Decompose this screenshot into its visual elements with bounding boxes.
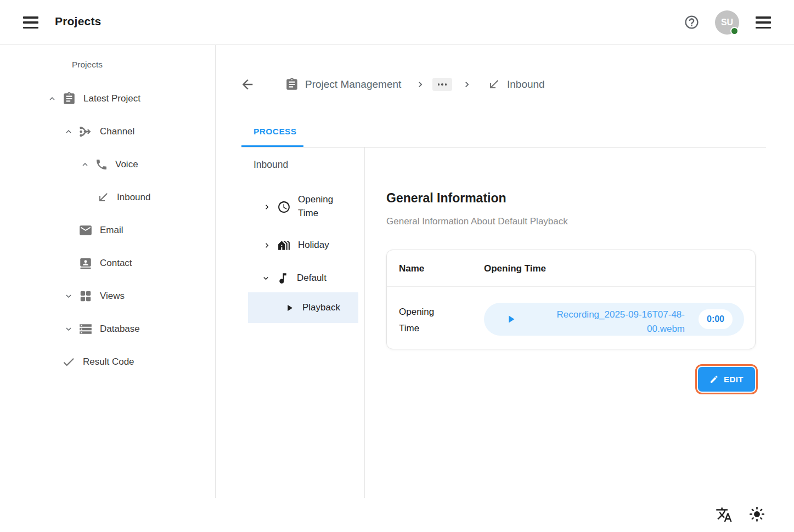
inbound-arrow-icon [97, 191, 110, 204]
column-header-opening-time: Opening Time [484, 263, 546, 274]
grid-views-icon [78, 289, 93, 303]
tree-section-label: Projects [72, 60, 103, 70]
play-icon [284, 303, 295, 313]
contact-card-icon [78, 256, 93, 270]
tree-item-label: Email [100, 225, 123, 236]
clipboard-icon [62, 92, 76, 106]
avatar-initials: SU [721, 18, 733, 27]
music-note-icon [276, 271, 290, 285]
subnav-item-default[interactable]: Default [261, 269, 326, 287]
checkmark-icon [61, 355, 76, 369]
tree-item-email[interactable]: Email [78, 220, 123, 240]
chevron-right-icon [415, 79, 426, 90]
database-storage-icon [78, 322, 93, 336]
tab-process[interactable]: PROCESS [254, 127, 297, 137]
page-title: Projects [55, 15, 101, 28]
chevron-down-icon[interactable] [64, 291, 74, 301]
subnav-item-holiday[interactable]: Holiday [262, 236, 329, 254]
tree-item-label: Channel [100, 126, 134, 137]
general-info-card: Name Opening Time Opening Time Recording… [386, 250, 756, 349]
subnav-item-label: Playback [302, 302, 340, 313]
tree-item-result-code[interactable]: Result Code [61, 352, 134, 372]
channel-merge-icon [78, 124, 93, 139]
section-subheading: General Information About Default Playba… [386, 216, 568, 227]
chevron-down-icon[interactable] [261, 274, 271, 283]
breadcrumb-current[interactable]: Inbound [507, 78, 545, 90]
audio-play-button[interactable] [505, 313, 517, 325]
overflow-hamburger-icon[interactable] [756, 16, 771, 29]
translate-icon[interactable] [716, 506, 733, 523]
section-heading: General Information [386, 191, 506, 206]
subnav-item-label: Default [297, 273, 326, 284]
tree-item-inbound[interactable]: Inbound [97, 188, 150, 207]
online-status-dot [730, 27, 739, 35]
chevron-up-icon[interactable] [64, 127, 74, 137]
audio-file-name[interactable]: Recording_2025-09-16T07-48-00.webm [548, 308, 685, 337]
subnav-item-opening-time[interactable]: Opening Time [262, 193, 342, 221]
breadcrumb-root[interactable]: Project Management [305, 78, 401, 90]
card-divider [387, 286, 755, 287]
audio-duration-badge: 0:00 [699, 309, 733, 329]
edit-button-label: EDIT [724, 375, 744, 384]
holiday-village-icon [277, 239, 291, 252]
pencil-icon [709, 375, 719, 384]
chevron-up-icon[interactable] [47, 94, 57, 104]
phone-icon [95, 158, 108, 171]
tree-item-label: Latest Project [83, 93, 140, 104]
audio-player: Recording_2025-09-16T07-48-00.webm 0:00 [484, 303, 744, 336]
tab-bar-divider [241, 147, 766, 148]
tree-item-latest-project[interactable]: Latest Project [47, 89, 140, 109]
subnav-item-label: Opening Time [298, 193, 342, 220]
row-name-cell: Opening Time [399, 304, 451, 337]
subnav-item-label: Holiday [298, 240, 329, 251]
brightness-icon[interactable] [748, 506, 765, 523]
tree-item-voice[interactable]: Voice [80, 155, 138, 174]
tree-item-database[interactable]: Database [64, 319, 140, 339]
inbound-arrow-icon [487, 78, 500, 91]
email-icon [78, 223, 93, 237]
chevron-down-icon[interactable] [64, 324, 74, 334]
chevron-right-icon[interactable] [262, 241, 272, 250]
menu-hamburger-icon[interactable] [23, 16, 38, 29]
app-window: Projects SU Projects Latest Project [0, 0, 794, 532]
edit-button[interactable]: EDIT [698, 367, 755, 392]
subnav-divider [364, 148, 365, 498]
tree-item-label: Inbound [117, 192, 150, 203]
tree-item-views[interactable]: Views [64, 286, 125, 306]
tree-item-label: Result Code [83, 356, 134, 367]
tree-item-label: Views [100, 291, 125, 302]
clipboard-icon [285, 77, 299, 92]
breadcrumb-ellipsis-button[interactable] [432, 78, 452, 91]
edit-button-focus-ring: EDIT [695, 364, 758, 394]
tree-item-label: Contact [100, 258, 132, 269]
tree-item-label: Voice [115, 159, 138, 170]
subnav-header: Inbound [254, 159, 288, 171]
chevron-up-icon[interactable] [80, 160, 90, 169]
chevron-right-icon[interactable] [262, 202, 272, 212]
tree-item-label: Database [100, 324, 140, 335]
column-header-name: Name [399, 263, 424, 274]
tree-item-contact[interactable]: Contact [78, 253, 132, 273]
chevron-right-icon [461, 79, 472, 90]
top-bar: Projects SU [0, 0, 794, 45]
subnav-item-playback-selected[interactable]: Playback [248, 292, 358, 323]
help-icon[interactable] [684, 14, 700, 30]
tree-item-channel[interactable]: Channel [64, 122, 134, 142]
back-arrow-icon[interactable] [240, 77, 255, 92]
clock-icon [277, 200, 291, 214]
